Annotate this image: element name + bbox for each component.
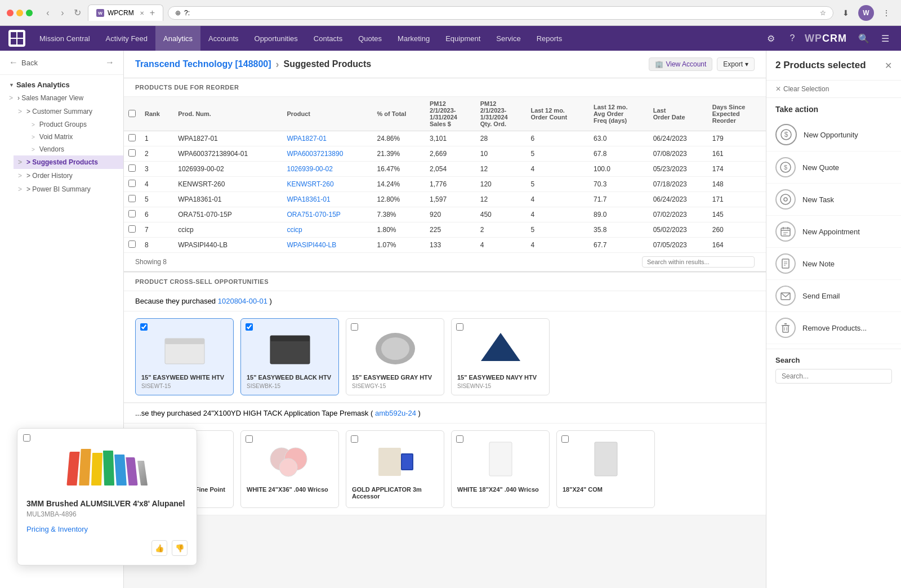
row-checkbox-cell[interactable] [124, 146, 140, 162]
product-link-2[interactable]: amb592u-24 [375, 409, 416, 417]
row-product[interactable]: WPA1827-01 [282, 131, 372, 146]
product-card-2[interactable]: 15" EASYWEED BLACK HTV SISEWBK-15 [240, 318, 339, 395]
menu-button[interactable]: ⋮ [878, 5, 894, 21]
product-card-check-9[interactable] [561, 435, 569, 443]
sidebar-item-customer-summary[interactable]: > Customer Summary [14, 105, 123, 118]
sidebar-section-title[interactable]: Sales Analytics [0, 75, 123, 91]
row-product-link[interactable]: WPASIPI440-LB [287, 241, 336, 249]
row-product-link[interactable]: 1026939-00-02 [287, 165, 332, 173]
new-tab-button[interactable]: + [150, 8, 155, 18]
thumbs-up-button[interactable]: 👍 [151, 540, 167, 556]
action-new-note[interactable]: New Note [766, 248, 901, 280]
nav-logo[interactable] [7, 28, 27, 48]
close-dot[interactable] [7, 10, 14, 16]
row-product-link[interactable]: WPA60037213890 [287, 150, 343, 158]
action-send-email[interactable]: Send Email [766, 280, 901, 312]
settings-icon[interactable]: ⚙ [762, 29, 780, 47]
forward-button[interactable]: › [56, 7, 69, 19]
row-product-link[interactable]: WPA18361-01 [287, 195, 330, 203]
breadcrumb-account[interactable]: Transcend Technology [148800] [135, 59, 271, 69]
row-checkbox-cell[interactable] [124, 222, 140, 238]
row-checkbox-2[interactable] [128, 164, 136, 172]
browser-tab[interactable]: W WPCRM ✕ + [88, 5, 163, 21]
nav-item-reports[interactable]: Reports [529, 26, 570, 51]
help-icon[interactable]: ? [783, 29, 801, 47]
nav-item-equipment[interactable]: Equipment [438, 26, 488, 51]
action-new-appointment[interactable]: New Appointment [766, 216, 901, 248]
row-checkbox-6[interactable] [128, 225, 136, 233]
back-button[interactable]: ‹ [42, 7, 54, 19]
address-input[interactable] [184, 9, 817, 17]
sidebar-item-suggested-products[interactable]: > Suggested Products [14, 155, 123, 169]
tooltip-card-checkbox[interactable] [23, 434, 30, 442]
product-card-check-1[interactable] [140, 323, 148, 331]
sidebar-item-vendors[interactable]: Vendors [23, 143, 123, 155]
row-checkbox-1[interactable] [128, 149, 136, 157]
row-checkbox-0[interactable] [128, 134, 136, 141]
export-button[interactable]: Export ▾ [717, 57, 755, 71]
sidebar-back[interactable]: ← Back → [0, 51, 123, 75]
action-new-quote[interactable]: $ New Quote [766, 152, 901, 184]
row-checkbox-cell[interactable] [124, 131, 140, 146]
view-account-button[interactable]: 🏢 View Account [649, 57, 712, 71]
row-checkbox-5[interactable] [128, 210, 136, 217]
user-avatar[interactable]: W [858, 5, 874, 21]
select-all-checkbox[interactable] [128, 110, 136, 117]
minimize-dot[interactable] [16, 10, 23, 16]
row-product[interactable]: WPASIPI440-LB [282, 238, 372, 253]
product-card-check-3[interactable] [351, 323, 358, 331]
tab-close-button[interactable]: ✕ [140, 10, 144, 16]
row-product[interactable]: WPA18361-01 [282, 192, 372, 207]
sidebar-item-sales-manager[interactable]: › Sales Manager View [0, 91, 123, 105]
nav-item-contacts[interactable]: Contacts [306, 26, 350, 51]
row-checkbox-cell[interactable] [124, 192, 140, 207]
action-new-task[interactable]: New Task [766, 184, 901, 216]
sidebar-item-product-groups[interactable]: Product Groups [23, 118, 123, 131]
nav-item-opportunities[interactable]: Opportunities [247, 26, 306, 51]
product-card-7[interactable]: GOLD APPLICATOR 3m Accessor [346, 430, 444, 508]
sidebar-item-void-matrix[interactable]: Void Matrix [23, 131, 123, 143]
product-card-1[interactable]: 15" EASYWEED WHITE HTV SISEWT-15 [135, 318, 234, 395]
action-remove-products[interactable]: Remove Products... [766, 312, 901, 344]
nav-item-marketing[interactable]: Marketing [390, 26, 438, 51]
bookmark-icon[interactable]: ☆ [820, 9, 826, 17]
sidebar-item-power-bi[interactable]: > Power BI Summary [14, 182, 123, 196]
action-new-opportunity[interactable]: $ New Opportunity [766, 118, 901, 152]
right-panel-close-button[interactable]: ✕ [885, 60, 892, 71]
row-checkbox-cell[interactable] [124, 162, 140, 177]
row-product[interactable]: 1026939-00-02 [282, 162, 372, 177]
product-card-4[interactable]: 15" EASYWEED NAVY HTV SISEWNV-15 [451, 318, 550, 395]
nav-item-activity-feed[interactable]: Activity Feed [98, 26, 155, 51]
nav-item-mission-central[interactable]: Mission Central [32, 26, 98, 51]
row-product-link[interactable]: ORA751-070-15P [287, 211, 340, 219]
row-checkbox-cell[interactable] [124, 207, 140, 222]
nav-item-analytics[interactable]: Analytics [155, 26, 200, 51]
row-product[interactable]: KENWSRT-260 [282, 177, 372, 192]
address-bar[interactable]: ⊕ ☆ [168, 6, 833, 20]
clear-selection[interactable]: ✕ Clear Selection [766, 81, 901, 98]
product-card-check-4[interactable] [456, 323, 463, 331]
right-panel-search-input[interactable] [775, 369, 892, 384]
row-product-link[interactable]: WPA1827-01 [287, 135, 326, 142]
row-product[interactable]: WPA60037213890 [282, 146, 372, 162]
download-button[interactable]: ⬇ [838, 5, 854, 21]
row-checkbox-4[interactable] [128, 195, 136, 202]
row-checkbox-7[interactable] [128, 240, 136, 248]
product-card-8[interactable]: WHITE 18"X24" .040 Wricso [451, 430, 550, 508]
product-link-1[interactable]: 1020804-00-01 [218, 297, 267, 305]
product-card-check-7[interactable] [351, 435, 358, 443]
sidebar-item-order-history[interactable]: > Order History [14, 169, 123, 182]
row-product[interactable]: ccicp [282, 222, 372, 238]
nav-item-quotes[interactable]: Quotes [350, 26, 390, 51]
product-card-check-6[interactable] [246, 435, 253, 443]
menu-nav-icon[interactable]: ☰ [876, 29, 894, 47]
row-checkbox-cell[interactable] [124, 177, 140, 192]
search-within-input[interactable] [642, 256, 755, 268]
product-card-6[interactable]: WHITE 24"X36" .040 Wricso [240, 430, 339, 508]
row-product[interactable]: ORA751-070-15P [282, 207, 372, 222]
select-all-header[interactable] [124, 97, 140, 131]
refresh-button[interactable]: ↻ [71, 7, 83, 19]
nav-item-service[interactable]: Service [488, 26, 528, 51]
maximize-dot[interactable] [26, 10, 33, 16]
row-checkbox-3[interactable] [128, 180, 136, 187]
